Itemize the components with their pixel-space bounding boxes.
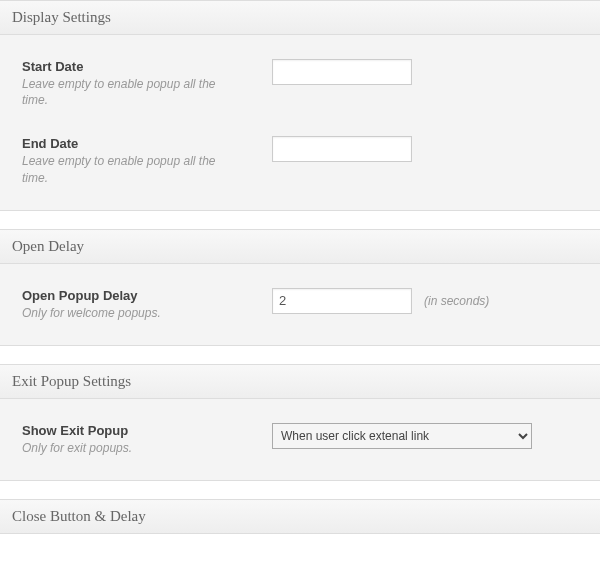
field-label-col: Open Popup Delay Only for welcome popups… bbox=[22, 288, 272, 321]
end-date-label: End Date bbox=[22, 136, 272, 151]
section-header-exit: Exit Popup Settings bbox=[0, 364, 600, 399]
field-row-start-date: Start Date Leave empty to enable popup a… bbox=[0, 45, 600, 122]
start-date-hint: Leave empty to enable popup all the time… bbox=[22, 76, 232, 108]
field-label-col: Show Exit Popup Only for exit popups. bbox=[22, 423, 272, 456]
field-input-col: (in seconds) bbox=[272, 288, 489, 314]
field-label-col: End Date Leave empty to enable popup all… bbox=[22, 136, 272, 185]
section-header-display: Display Settings bbox=[0, 0, 600, 35]
field-input-col bbox=[272, 59, 412, 85]
section-open-delay: Open Delay Open Popup Delay Only for wel… bbox=[0, 229, 600, 346]
end-date-input[interactable] bbox=[272, 136, 412, 162]
end-date-hint: Leave empty to enable popup all the time… bbox=[22, 153, 232, 185]
field-row-show-exit: Show Exit Popup Only for exit popups. Wh… bbox=[0, 409, 600, 470]
section-exit-popup: Exit Popup Settings Show Exit Popup Only… bbox=[0, 364, 600, 481]
section-body-open-delay: Open Popup Delay Only for welcome popups… bbox=[0, 264, 600, 346]
start-date-input[interactable] bbox=[272, 59, 412, 85]
field-input-col bbox=[272, 136, 412, 162]
show-exit-hint: Only for exit popups. bbox=[22, 440, 232, 456]
open-delay-label: Open Popup Delay bbox=[22, 288, 272, 303]
open-delay-hint: Only for welcome popups. bbox=[22, 305, 232, 321]
open-delay-suffix: (in seconds) bbox=[424, 294, 489, 308]
open-delay-input[interactable] bbox=[272, 288, 412, 314]
section-body-exit: Show Exit Popup Only for exit popups. Wh… bbox=[0, 399, 600, 481]
section-close-button: Close Button & Delay bbox=[0, 499, 600, 534]
show-exit-label: Show Exit Popup bbox=[22, 423, 272, 438]
section-header-open-delay: Open Delay bbox=[0, 229, 600, 264]
field-row-open-delay: Open Popup Delay Only for welcome popups… bbox=[0, 274, 600, 335]
section-body-display: Start Date Leave empty to enable popup a… bbox=[0, 35, 600, 211]
show-exit-select[interactable]: When user click extenal link bbox=[272, 423, 532, 449]
field-input-col: When user click extenal link bbox=[272, 423, 532, 449]
section-header-close: Close Button & Delay bbox=[0, 499, 600, 534]
field-label-col: Start Date Leave empty to enable popup a… bbox=[22, 59, 272, 108]
start-date-label: Start Date bbox=[22, 59, 272, 74]
field-row-end-date: End Date Leave empty to enable popup all… bbox=[0, 122, 600, 199]
section-display-settings: Display Settings Start Date Leave empty … bbox=[0, 0, 600, 211]
